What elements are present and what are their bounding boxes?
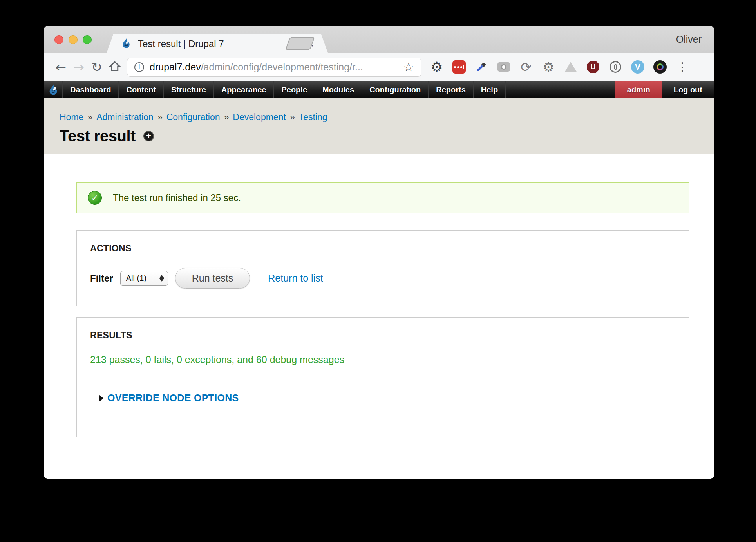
eyedropper-icon[interactable]	[475, 60, 488, 74]
browser-toolbar: ← → ↻ i drupal7.dev/admin/config/develop…	[44, 53, 714, 81]
dark-gear-icon[interactable]: ⚙	[542, 60, 555, 74]
url-text[interactable]: drupal7.dev/admin/config/development/tes…	[150, 61, 363, 73]
druplicon-logo[interactable]	[44, 81, 63, 98]
collapsed-arrow-icon	[99, 395, 103, 402]
url-host: drupal7.dev	[150, 61, 201, 72]
override-node-options-link[interactable]: OVERRIDE NODE OPTIONS	[107, 392, 239, 404]
traffic-lights	[54, 35, 92, 44]
status-message: ✓ The test run finished in 25 sec.	[76, 182, 689, 213]
toolbar-item-configuration[interactable]: Configuration	[362, 81, 429, 98]
actions-fieldset: ACTIONS Filter All (1) Run tests Return …	[76, 230, 689, 306]
page-info-icon[interactable]: i	[134, 62, 144, 72]
breadcrumb-separator: »	[87, 112, 92, 123]
breadcrumb-separator: »	[290, 112, 295, 123]
new-tab-button[interactable]	[285, 37, 315, 50]
filter-selected-value: All (1)	[126, 274, 159, 283]
select-arrows-icon	[159, 275, 164, 282]
breadcrumb-development[interactable]: Development	[233, 112, 286, 123]
page-title: Test result	[60, 127, 136, 145]
return-to-list-link[interactable]: Return to list	[268, 273, 323, 284]
ublock-origin-icon[interactable]: U	[586, 60, 600, 74]
extensions-row: ⚙ ⟳ ⚙ U V ⋮	[430, 60, 689, 74]
results-summary: 213 passes, 0 fails, 0 exceptions, and 6…	[90, 354, 675, 365]
toolbar-item-structure[interactable]: Structure	[164, 81, 214, 98]
breadcrumb-separator: »	[157, 112, 163, 123]
refresh-session-icon[interactable]: ⟳	[519, 60, 533, 74]
browser-profile-name[interactable]: Oliver	[676, 34, 702, 45]
filter-select[interactable]: All (1)	[120, 271, 168, 286]
filter-label: Filter	[90, 273, 113, 284]
url-path: /admin/config/development/testing/r...	[201, 61, 363, 72]
breadcrumb-home[interactable]: Home	[60, 112, 83, 123]
google-drive-icon[interactable]	[564, 60, 577, 74]
reload-icon[interactable]: ↻	[88, 61, 106, 74]
breadcrumb: Home » Administration » Configuration » …	[60, 112, 714, 123]
lastpass-icon[interactable]	[452, 60, 466, 74]
results-fieldset: RESULTS 213 passes, 0 fails, 0 exception…	[76, 317, 689, 437]
toolbar-item-modules[interactable]: Modules	[315, 81, 362, 98]
tab-title: Test result | Drupal 7	[138, 38, 297, 49]
settings-gear-icon[interactable]: ⚙	[430, 60, 443, 74]
toolbar-item-reports[interactable]: Reports	[429, 81, 474, 98]
breadcrumb-administration[interactable]: Administration	[96, 112, 154, 123]
camera-lens-icon[interactable]	[653, 60, 667, 74]
breadcrumb-testing[interactable]: Testing	[299, 112, 327, 123]
toolbar-item-content[interactable]: Content	[119, 81, 164, 98]
home-icon[interactable]	[106, 60, 124, 74]
actions-heading: ACTIONS	[90, 243, 675, 254]
drupal-favicon	[121, 38, 132, 50]
toolbar-item-people[interactable]: People	[274, 81, 315, 98]
toolbar-user-admin[interactable]: admin	[615, 81, 662, 98]
toolbar-user-area: admin Log out	[615, 81, 714, 98]
success-check-icon: ✓	[88, 191, 102, 205]
add-shortcut-icon[interactable]: +	[143, 131, 154, 141]
drupal-admin-toolbar: Dashboard Content Structure Appearance P…	[44, 81, 714, 98]
toolbar-item-appearance[interactable]: Appearance	[214, 81, 274, 98]
breadcrumb-configuration[interactable]: Configuration	[166, 112, 220, 123]
address-bar[interactable]: i drupal7.dev/admin/config/development/t…	[127, 58, 421, 77]
toolbar-item-dashboard[interactable]: Dashboard	[63, 81, 119, 98]
back-icon[interactable]: ←	[52, 61, 70, 74]
bookmark-star-icon[interactable]: ☆	[403, 61, 414, 73]
browser-window: Test result | Drupal 7 × Oliver ← → ↻ i …	[44, 26, 714, 479]
toolbar-logout[interactable]: Log out	[662, 81, 714, 98]
screenshot-camera-icon[interactable]	[497, 60, 510, 74]
status-message-text: The test run finished in 25 sec.	[113, 192, 241, 203]
breadcrumb-separator: »	[224, 112, 229, 123]
results-heading: RESULTS	[90, 330, 675, 341]
onepassword-icon[interactable]	[609, 60, 622, 74]
zoom-window-button[interactable]	[83, 35, 92, 44]
browser-menu-icon[interactable]: ⋮	[676, 60, 689, 74]
toolbar-item-help[interactable]: Help	[474, 81, 506, 98]
close-window-button[interactable]	[54, 35, 63, 44]
page-header: Home » Administration » Configuration » …	[44, 98, 714, 154]
minimize-window-button[interactable]	[69, 35, 78, 44]
run-tests-button[interactable]: Run tests	[175, 268, 250, 289]
page-content: ✓ The test run finished in 25 sec. ACTIO…	[44, 154, 714, 479]
forward-icon: →	[70, 61, 88, 74]
vimeo-icon[interactable]: V	[631, 60, 644, 74]
override-node-options-fieldset[interactable]: OVERRIDE NODE OPTIONS	[90, 381, 675, 415]
titlebar: Test result | Drupal 7 × Oliver	[44, 26, 714, 53]
